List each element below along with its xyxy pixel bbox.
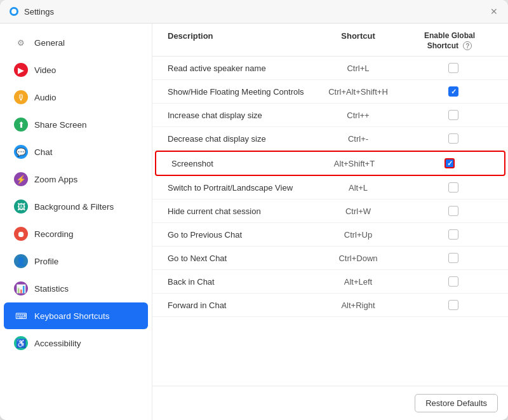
checkbox-screenshot[interactable] (444, 158, 455, 168)
row-desc-prev-chat: Go to Previous Chat (168, 230, 307, 240)
row-desc-screenshot: Screenshot (171, 159, 304, 168)
checkbox-next-chat[interactable] (448, 253, 458, 263)
sidebar-item-label-accessibility: Accessibility (34, 339, 81, 348)
table-row-back-chat: Back in ChatAlt+Left (152, 270, 508, 294)
row-shortcut-screenshot: Alt+Shift+T (304, 159, 405, 168)
checkbox-increase-chat[interactable] (448, 110, 458, 120)
row-desc-next-chat: Go to Next Chat (168, 254, 307, 263)
row-checkbox-cell-decrease-chat (409, 133, 498, 144)
enable-global-line1: Enable Global (424, 31, 475, 41)
zoomapps-icon: ⚡ (14, 172, 28, 186)
row-checkbox-cell-prev-chat (409, 229, 498, 240)
row-desc-decrease-chat: Decrease chat display size (168, 134, 307, 144)
chat-icon: 💬 (14, 145, 28, 159)
table-row-forward-chat: Forward in ChatAlt+Right (152, 294, 508, 317)
background-icon: 🖼 (14, 200, 28, 213)
checkbox-portrait[interactable] (448, 182, 458, 193)
sidebar-item-zoomapps[interactable]: ⚡Zoom Apps (4, 166, 148, 193)
main-content: Description Shortcut Enable Global Short… (152, 24, 508, 420)
sidebar-item-sharescreen[interactable]: ⬆Share Screen (4, 111, 148, 138)
row-shortcut-next-chat: Ctrl+Down (307, 254, 409, 263)
sidebar-item-label-keyboard: Keyboard Shortcuts (34, 311, 110, 321)
title-bar: Settings ✕ (0, 0, 508, 24)
sidebar-item-chat[interactable]: 💬Chat (4, 139, 148, 165)
sidebar-item-general[interactable]: ⚙General (4, 29, 148, 56)
row-desc-show-hide-controls: Show/Hide Floating Meeting Controls (168, 87, 307, 97)
row-shortcut-forward-chat: Alt+Right (307, 301, 409, 310)
accessibility-icon: ♿ (14, 336, 28, 350)
checkbox-forward-chat[interactable] (448, 300, 458, 310)
table-header: Description Shortcut Enable Global Short… (152, 24, 508, 57)
profile-icon: 👤 (14, 254, 28, 268)
row-desc-increase-chat: Increase chat display size (168, 111, 307, 120)
sidebar-item-background[interactable]: 🖼Background & Filters (4, 193, 148, 220)
row-checkbox-cell-forward-chat (409, 300, 498, 310)
statistics-icon: 📊 (14, 281, 28, 295)
row-shortcut-back-chat: Alt+Left (307, 277, 409, 287)
keyboard-icon: ⌨ (14, 309, 28, 323)
row-checkbox-cell-portrait (409, 182, 498, 193)
sidebar-item-label-statistics: Statistics (34, 284, 69, 294)
close-button[interactable]: ✕ (489, 6, 499, 17)
table-row-next-chat: Go to Next ChatCtrl+Down (152, 247, 508, 270)
row-shortcut-prev-chat: Ctrl+Up (307, 230, 409, 240)
row-desc-back-chat: Back in Chat (168, 277, 307, 287)
sidebar-item-label-zoomapps: Zoom Apps (34, 175, 77, 184)
header-enable-global: Enable Global Shortcut ? (409, 31, 498, 51)
row-shortcut-portrait: Alt+L (307, 183, 409, 193)
sidebar-item-audio[interactable]: 🎙Audio (4, 84, 148, 111)
sidebar-item-profile[interactable]: 👤Profile (4, 248, 148, 274)
table-body: Read active speaker nameCtrl+LShow/Hide … (152, 57, 508, 386)
row-desc-hide-chat: Hide current chat session (168, 207, 307, 216)
checkbox-decrease-chat[interactable] (448, 133, 458, 144)
row-shortcut-show-hide-controls: Ctrl+Alt+Shift+H (307, 87, 409, 97)
row-checkbox-cell-back-chat (409, 276, 498, 287)
table-row-read-speaker: Read active speaker nameCtrl+L (152, 57, 508, 80)
recording-icon: ⏺ (14, 227, 28, 241)
row-checkbox-cell-read-speaker (409, 63, 498, 73)
sidebar-item-label-sharescreen: Share Screen (34, 120, 87, 130)
row-shortcut-read-speaker: Ctrl+L (307, 64, 409, 73)
checkbox-hide-chat[interactable] (448, 206, 458, 216)
header-shortcut: Shortcut (307, 31, 409, 51)
footer: Restore Defaults (152, 386, 508, 420)
enable-global-line2: Shortcut ? (427, 41, 472, 51)
row-desc-forward-chat: Forward in Chat (168, 301, 307, 310)
table-row-screenshot: ScreenshotAlt+Shift+T (155, 151, 505, 176)
row-checkbox-cell-next-chat (409, 253, 498, 263)
sidebar-item-statistics[interactable]: 📊Statistics (4, 275, 148, 302)
row-shortcut-increase-chat: Ctrl++ (307, 111, 409, 120)
row-checkbox-cell-screenshot (405, 158, 494, 168)
table-row-hide-chat: Hide current chat sessionCtrl+W (152, 200, 508, 223)
settings-window: Settings ✕ ⚙General▶Video🎙Audio⬆Share Sc… (0, 0, 508, 420)
window-title: Settings (24, 7, 489, 17)
table-row-increase-chat: Increase chat display sizeCtrl++ (152, 104, 508, 127)
sidebar-item-label-audio: Audio (34, 93, 57, 102)
table-row-prev-chat: Go to Previous ChatCtrl+Up (152, 223, 508, 247)
sidebar-item-recording[interactable]: ⏺Recording (4, 220, 148, 247)
app-icon (9, 6, 19, 17)
row-shortcut-decrease-chat: Ctrl+- (307, 134, 409, 144)
general-icon: ⚙ (14, 36, 28, 50)
row-checkbox-cell-increase-chat (409, 110, 498, 120)
sidebar-item-label-video: Video (34, 65, 56, 75)
restore-defaults-button[interactable]: Restore Defaults (415, 394, 498, 412)
checkbox-read-speaker[interactable] (448, 63, 458, 73)
sidebar-item-keyboard[interactable]: ⌨Keyboard Shortcuts (4, 302, 148, 329)
sidebar-item-label-chat: Chat (34, 147, 53, 157)
help-icon[interactable]: ? (463, 41, 472, 50)
sidebar: ⚙General▶Video🎙Audio⬆Share Screen💬Chat⚡Z… (0, 24, 152, 420)
enable-global-header-text: Enable Global Shortcut ? (409, 31, 490, 51)
row-checkbox-cell-show-hide-controls (409, 86, 498, 97)
video-icon: ▶ (14, 63, 28, 77)
sidebar-item-label-profile: Profile (34, 257, 58, 266)
sidebar-item-label-background: Background & Filters (34, 202, 114, 212)
audio-icon: 🎙 (14, 90, 28, 104)
sidebar-item-accessibility[interactable]: ♿Accessibility (4, 330, 148, 356)
checkbox-back-chat[interactable] (448, 276, 458, 287)
sidebar-item-video[interactable]: ▶Video (4, 57, 148, 83)
row-shortcut-hide-chat: Ctrl+W (307, 207, 409, 216)
checkbox-prev-chat[interactable] (448, 229, 458, 240)
checkbox-show-hide-controls[interactable] (448, 86, 458, 97)
sharescreen-icon: ⬆ (14, 118, 28, 132)
